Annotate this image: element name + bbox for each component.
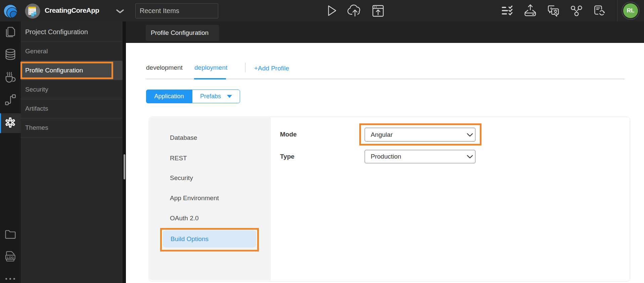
svg-text:A: A	[550, 7, 552, 10]
svg-text:LOG: LOG	[7, 256, 14, 259]
